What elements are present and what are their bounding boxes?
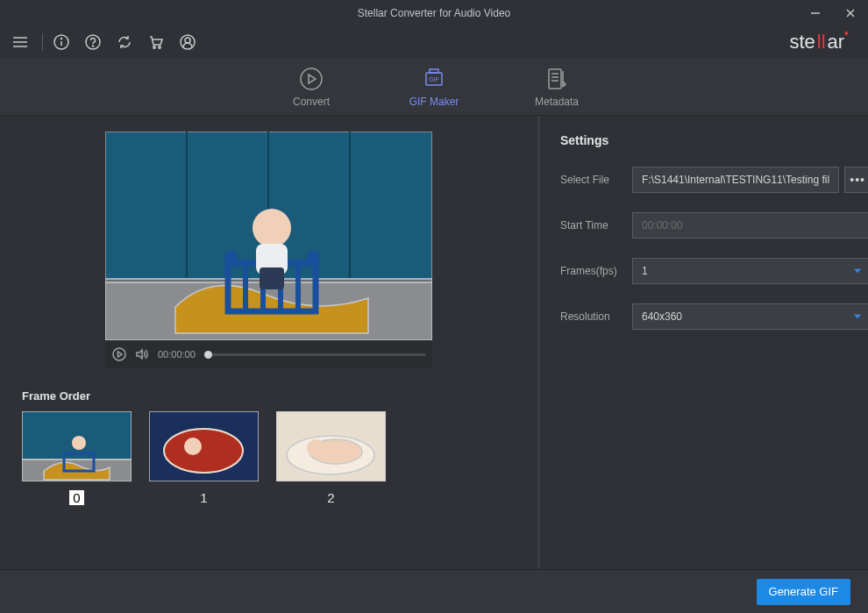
refresh-icon[interactable] [113, 31, 136, 53]
frames-dropdown[interactable]: 1 [632, 258, 868, 284]
svg-marker-44 [137, 350, 142, 359]
preview-controls: 00:00:00 [105, 340, 432, 368]
frame-thumbnail [149, 411, 259, 481]
logo-text-end: ar [828, 31, 845, 53]
frame-number[interactable]: 1 [200, 490, 207, 505]
frames-label: Frames(fps) [560, 265, 632, 277]
select-file-label: Select File [560, 174, 632, 186]
window-title: Stellar Converter for Audio Video [358, 7, 511, 19]
start-time-field[interactable]: 00:00:00 [632, 212, 868, 239]
progress-knob[interactable] [204, 351, 212, 359]
user-icon[interactable] [176, 31, 199, 53]
preview-frame [105, 132, 432, 340]
video-preview: 00:00:00 [105, 132, 432, 368]
titlebar: Stellar Converter for Audio Video [0, 0, 868, 26]
frame-thumbnail [276, 411, 386, 481]
svg-point-15 [301, 68, 322, 89]
frame-order-list: 0 1 [22, 411, 538, 505]
select-file-field[interactable]: F:\S1441\Internal\TESTING11\Testing fil [632, 167, 839, 193]
svg-rect-20 [549, 69, 561, 89]
svg-point-37 [224, 251, 237, 263]
logo-text-red: ll [817, 31, 826, 53]
tab-label: Convert [293, 96, 330, 108]
tab-gif-maker[interactable]: GIF GIF Maker [399, 66, 469, 108]
resolution-dropdown[interactable]: 640x360 [632, 303, 868, 330]
close-button[interactable] [833, 0, 868, 26]
frame-number[interactable]: 2 [327, 490, 334, 505]
svg-marker-43 [118, 352, 123, 357]
generate-gif-button[interactable]: Generate GIF [757, 579, 850, 605]
tab-label: GIF Maker [409, 96, 459, 108]
footer: Generate GIF [0, 569, 868, 613]
logo-text: ste [789, 31, 815, 53]
settings-title: Settings [560, 133, 868, 147]
svg-point-39 [253, 209, 291, 247]
svg-rect-41 [260, 267, 284, 289]
start-time-label: Start Time [560, 219, 632, 232]
svg-point-14 [185, 38, 190, 43]
svg-point-10 [93, 46, 94, 46]
settings-panel: Settings Select File F:\S1441\Internal\T… [539, 116, 868, 569]
tab-convert[interactable]: Convert [276, 66, 346, 108]
progress-bar[interactable] [204, 353, 425, 356]
svg-text:GIF: GIF [429, 76, 439, 82]
mode-tabs: Convert GIF GIF Maker Metadata [0, 58, 868, 116]
cart-icon[interactable] [145, 31, 167, 53]
tab-metadata[interactable]: Metadata [522, 66, 592, 108]
frame-item[interactable]: 2 [276, 411, 386, 505]
svg-point-11 [153, 46, 155, 48]
divider [42, 33, 43, 51]
preview-time: 00:00:00 [158, 349, 196, 360]
hamburger-menu-icon[interactable] [9, 31, 32, 53]
brand-logo: stellar• [789, 31, 859, 53]
frame-thumbnail [22, 411, 132, 481]
tab-label: Metadata [535, 96, 579, 108]
start-time-value: 00:00:00 [642, 219, 683, 232]
frame-item[interactable]: 1 [149, 411, 259, 505]
chevron-down-icon [854, 315, 861, 319]
frames-value: 1 [642, 265, 648, 277]
resolution-label: Resolution [560, 310, 632, 323]
frame-number[interactable]: 0 [69, 490, 83, 505]
svg-point-52 [184, 438, 202, 455]
help-icon[interactable] [82, 31, 104, 53]
volume-icon[interactable] [135, 347, 149, 361]
frame-item[interactable]: 0 [22, 411, 132, 505]
svg-point-42 [113, 348, 125, 360]
info-icon[interactable] [50, 31, 73, 53]
toolbar: stellar• [0, 26, 868, 58]
svg-point-8 [61, 39, 62, 39]
frame-order-label: Frame Order [22, 389, 538, 403]
browse-file-button[interactable]: ••• [844, 167, 868, 193]
svg-point-12 [159, 46, 160, 48]
svg-point-38 [307, 251, 319, 263]
preview-panel: 00:00:00 Frame Order 0 [0, 116, 539, 569]
minimize-button[interactable] [798, 0, 833, 26]
svg-point-48 [72, 436, 86, 450]
logo-dot: • [844, 26, 849, 40]
svg-rect-18 [430, 69, 438, 73]
play-icon[interactable] [112, 347, 126, 361]
resolution-value: 640x360 [642, 310, 682, 323]
select-file-value: F:\S1441\Internal\TESTING11\Testing fil [642, 174, 829, 186]
svg-point-56 [307, 439, 324, 457]
chevron-down-icon [854, 269, 861, 274]
svg-marker-16 [309, 75, 316, 83]
